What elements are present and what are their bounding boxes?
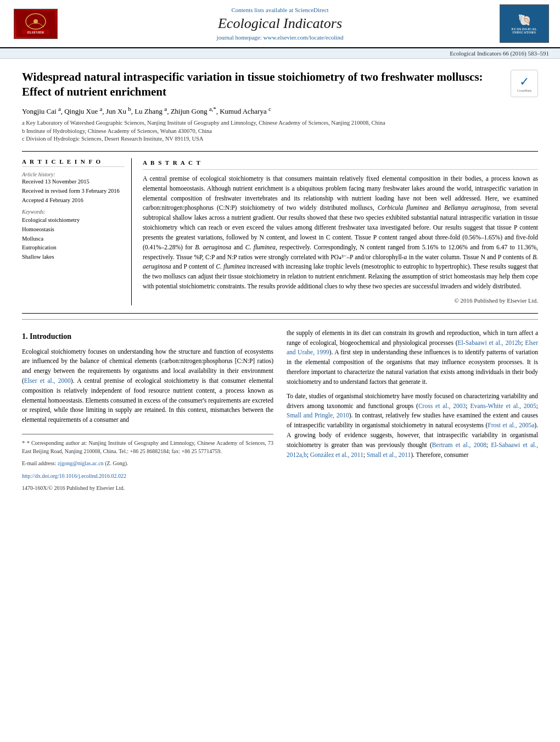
crossmark-symbol: ✓ <box>519 75 529 89</box>
section-divider <box>22 319 538 320</box>
ref-cross-2003[interactable]: Cross et al., 2003 <box>418 403 466 409</box>
doi-link[interactable]: http://dx.doi.org/10.1016/j.ecolind.2016… <box>22 473 126 479</box>
revised-date: Received in revised form 3 February 2016 <box>22 188 125 194</box>
footnote-star-symbol: * <box>22 439 25 446</box>
keyword-5: Shallow lakes <box>22 253 125 262</box>
article-info-col: A R T I C L E I N F O Article history: R… <box>22 158 132 305</box>
intro-heading: 1. Introduction <box>22 331 273 343</box>
header-center: Contents lists available at ScienceDirec… <box>60 7 500 41</box>
homepage-url[interactable]: www.elsevier.com/locate/ecolind <box>264 34 344 41</box>
keyword-3: Mollusca <box>22 235 125 244</box>
ref-elsabaawi-2012b[interactable]: El-Sabaawi et al., 2012b <box>458 339 522 346</box>
keyword-4: Eutrophication <box>22 243 125 253</box>
abstract-col: A B S T R A C T A central premise of eco… <box>143 158 538 305</box>
journal-logo-right: 🐚 ECOLOGICAL INDICATORS <box>500 4 549 43</box>
journal-logo-line2: INDICATORS <box>513 31 536 34</box>
article-title-section: Widespread natural intraspecific variati… <box>22 70 538 152</box>
main-content: Widespread natural intraspecific variati… <box>0 59 560 508</box>
intro-paragraph-2: the supply of elements in its diet can c… <box>287 328 538 387</box>
keywords-label: Keywords: <box>22 209 125 215</box>
authors-text: Yongjiu Cai a, Qingju Xue a, Jun Xu b, L… <box>22 107 271 115</box>
journal-header: ELSEVIER Contents lists available at Sci… <box>0 0 560 48</box>
email-person: (Z. Gong). <box>105 460 128 466</box>
received-date: Received 13 November 2015 <box>22 178 125 185</box>
affiliation-b: b Institute of Hydrobiology, Chinese Aca… <box>22 127 502 136</box>
intro-paragraph-3: To date, studies of organismal stoichiom… <box>287 392 538 460</box>
copyright-line: © 2016 Published by Elsevier Ltd. <box>143 296 538 305</box>
footnote-area: * * Corresponding author at: Nanjing Ins… <box>22 434 273 493</box>
contents-text: Contents lists available at <box>231 7 293 13</box>
body-content: 1. Introduction Ecological stoichiometry… <box>22 328 538 497</box>
keyword-2: Homoeostasis <box>22 225 125 235</box>
affiliations: a Key Laboratory of Watershed Geographic… <box>22 119 502 143</box>
intro-paragraph-1: Ecological stoichiometry focuses on unde… <box>22 347 273 426</box>
ref-small-2011[interactable]: Small et al., 2011 <box>367 451 411 458</box>
ref-small-pringle-2010[interactable]: Small and Pringle, 2010 <box>287 412 349 419</box>
footnote-text: * Corresponding author at: Nanjing Insti… <box>22 440 273 454</box>
article-title: Widespread natural intraspecific variati… <box>22 70 502 100</box>
ref-bertram-2008[interactable]: Bertram et al., 2008 <box>432 442 486 448</box>
ref-frost-2005a[interactable]: Frost et al., 2005a <box>488 422 534 428</box>
abstract-heading: A B S T R A C T <box>143 158 538 170</box>
email-label: E-mail address: <box>22 460 56 466</box>
article-title-text: Widespread natural intraspecific variati… <box>22 70 502 146</box>
svg-point-2 <box>33 19 38 24</box>
keywords-list: Ecological stoichiometry Homoeostasis Mo… <box>22 216 125 262</box>
elsevier-logo-image: ELSEVIER <box>14 9 58 39</box>
page-wrapper: ELSEVIER Contents lists available at Sci… <box>0 0 560 508</box>
crossmark-text: CrossMark <box>517 89 532 92</box>
contents-available-text: Contents lists available at ScienceDirec… <box>66 7 494 13</box>
svg-text:ELSEVIER: ELSEVIER <box>27 31 44 34</box>
homepage-label: journal homepage: <box>217 34 262 41</box>
body-right-col: the supply of elements in its diet can c… <box>287 328 538 497</box>
homepage-link: journal homepage: www.elsevier.com/locat… <box>66 34 494 41</box>
email-line: E-mail address: zjgong@niglas.ac.cn (Z. … <box>22 460 273 468</box>
abstract-text: A central premise of ecological stoichio… <box>143 174 538 292</box>
article-columns: A R T I C L E I N F O Article history: R… <box>22 158 538 314</box>
accepted-date: Accepted 4 February 2016 <box>22 197 125 203</box>
sciencedirect-link[interactable]: ScienceDirect <box>295 7 329 13</box>
history-label: Article history: <box>22 171 125 177</box>
footnote-star: * * Corresponding author at: Nanjing Ins… <box>22 439 273 455</box>
ref-evans-white-2005[interactable]: Evans-White et al., 2005 <box>471 403 536 409</box>
elsevier-logo: ELSEVIER <box>11 9 60 39</box>
ref-gonzalez-2011[interactable]: González et al., 2011 <box>310 451 363 458</box>
authors-line: Yongjiu Cai a, Qingju Xue a, Jun Xu b, L… <box>22 105 502 116</box>
journal-logo-icon: 🐚 <box>518 13 531 26</box>
article-info-bar: Ecological Indicators 66 (2016) 583–591 <box>0 48 560 59</box>
email-link[interactable]: zjgong@niglas.ac.cn <box>58 460 104 466</box>
crossmark-logo[interactable]: ✓ CrossMark <box>511 70 538 97</box>
issn-line: 1470-160X/© 2016 Published by Elsevier L… <box>22 484 273 493</box>
article-citation: Ecological Indicators 66 (2016) 583–591 <box>450 50 549 57</box>
body-left-col: 1. Introduction Ecological stoichiometry… <box>22 328 273 497</box>
doi-line: http://dx.doi.org/10.1016/j.ecolind.2016… <box>22 472 273 481</box>
article-info-heading: A R T I C L E I N F O <box>22 158 125 167</box>
ref-elser-2000[interactable]: Elser et al., 2000 <box>24 377 71 384</box>
affiliation-a: a Key Laboratory of Watershed Geographic… <box>22 119 502 127</box>
journal-title: Ecological Indicators <box>66 15 494 32</box>
keyword-1: Ecological stoichiometry <box>22 216 125 225</box>
affiliation-c: c Division of Hydrologic Sciences, Deser… <box>22 135 502 143</box>
